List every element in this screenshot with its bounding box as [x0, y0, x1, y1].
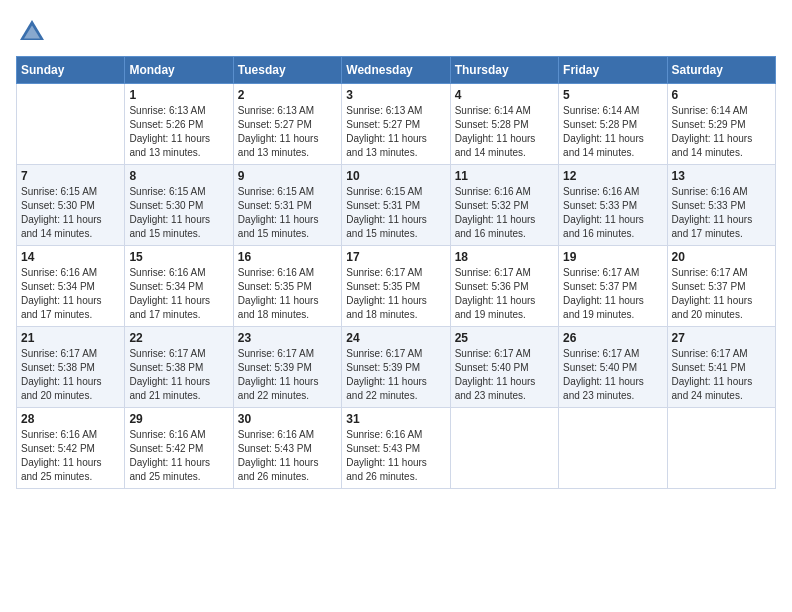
day-number: 18: [455, 250, 554, 264]
weekday-header: Tuesday: [233, 57, 341, 84]
day-detail: Sunrise: 6:14 AMSunset: 5:28 PMDaylight:…: [563, 104, 662, 160]
day-detail: Sunrise: 6:16 AMSunset: 5:42 PMDaylight:…: [129, 428, 228, 484]
calendar-cell: 23Sunrise: 6:17 AMSunset: 5:39 PMDayligh…: [233, 327, 341, 408]
day-number: 3: [346, 88, 445, 102]
weekday-header: Monday: [125, 57, 233, 84]
day-number: 9: [238, 169, 337, 183]
day-number: 10: [346, 169, 445, 183]
day-detail: Sunrise: 6:16 AMSunset: 5:34 PMDaylight:…: [21, 266, 120, 322]
day-number: 20: [672, 250, 771, 264]
day-number: 8: [129, 169, 228, 183]
day-number: 29: [129, 412, 228, 426]
calendar-cell: 19Sunrise: 6:17 AMSunset: 5:37 PMDayligh…: [559, 246, 667, 327]
calendar-cell: 8Sunrise: 6:15 AMSunset: 5:30 PMDaylight…: [125, 165, 233, 246]
day-detail: Sunrise: 6:17 AMSunset: 5:35 PMDaylight:…: [346, 266, 445, 322]
day-number: 30: [238, 412, 337, 426]
calendar-cell: 1Sunrise: 6:13 AMSunset: 5:26 PMDaylight…: [125, 84, 233, 165]
day-number: 22: [129, 331, 228, 345]
calendar-cell: 3Sunrise: 6:13 AMSunset: 5:27 PMDaylight…: [342, 84, 450, 165]
day-number: 5: [563, 88, 662, 102]
day-number: 23: [238, 331, 337, 345]
day-detail: Sunrise: 6:16 AMSunset: 5:43 PMDaylight:…: [346, 428, 445, 484]
day-detail: Sunrise: 6:16 AMSunset: 5:33 PMDaylight:…: [563, 185, 662, 241]
calendar-cell: 25Sunrise: 6:17 AMSunset: 5:40 PMDayligh…: [450, 327, 558, 408]
day-number: 12: [563, 169, 662, 183]
calendar-cell: 24Sunrise: 6:17 AMSunset: 5:39 PMDayligh…: [342, 327, 450, 408]
day-number: 19: [563, 250, 662, 264]
calendar-week-row: 21Sunrise: 6:17 AMSunset: 5:38 PMDayligh…: [17, 327, 776, 408]
day-detail: Sunrise: 6:13 AMSunset: 5:27 PMDaylight:…: [346, 104, 445, 160]
day-detail: Sunrise: 6:16 AMSunset: 5:34 PMDaylight:…: [129, 266, 228, 322]
day-detail: Sunrise: 6:16 AMSunset: 5:33 PMDaylight:…: [672, 185, 771, 241]
day-number: 17: [346, 250, 445, 264]
weekday-header: Wednesday: [342, 57, 450, 84]
calendar-cell: 16Sunrise: 6:16 AMSunset: 5:35 PMDayligh…: [233, 246, 341, 327]
day-detail: Sunrise: 6:17 AMSunset: 5:38 PMDaylight:…: [129, 347, 228, 403]
calendar-cell: 14Sunrise: 6:16 AMSunset: 5:34 PMDayligh…: [17, 246, 125, 327]
day-detail: Sunrise: 6:15 AMSunset: 5:30 PMDaylight:…: [129, 185, 228, 241]
day-detail: Sunrise: 6:17 AMSunset: 5:41 PMDaylight:…: [672, 347, 771, 403]
day-detail: Sunrise: 6:16 AMSunset: 5:43 PMDaylight:…: [238, 428, 337, 484]
calendar-cell: 22Sunrise: 6:17 AMSunset: 5:38 PMDayligh…: [125, 327, 233, 408]
calendar-cell: 2Sunrise: 6:13 AMSunset: 5:27 PMDaylight…: [233, 84, 341, 165]
day-detail: Sunrise: 6:16 AMSunset: 5:42 PMDaylight:…: [21, 428, 120, 484]
day-number: 31: [346, 412, 445, 426]
day-detail: Sunrise: 6:17 AMSunset: 5:40 PMDaylight:…: [455, 347, 554, 403]
day-detail: Sunrise: 6:16 AMSunset: 5:35 PMDaylight:…: [238, 266, 337, 322]
page-header: [16, 16, 776, 48]
day-detail: Sunrise: 6:13 AMSunset: 5:27 PMDaylight:…: [238, 104, 337, 160]
day-detail: Sunrise: 6:17 AMSunset: 5:37 PMDaylight:…: [672, 266, 771, 322]
day-detail: Sunrise: 6:17 AMSunset: 5:39 PMDaylight:…: [346, 347, 445, 403]
calendar-cell: 17Sunrise: 6:17 AMSunset: 5:35 PMDayligh…: [342, 246, 450, 327]
day-number: 14: [21, 250, 120, 264]
day-detail: Sunrise: 6:15 AMSunset: 5:31 PMDaylight:…: [238, 185, 337, 241]
calendar-cell: 29Sunrise: 6:16 AMSunset: 5:42 PMDayligh…: [125, 408, 233, 489]
weekday-header-row: SundayMondayTuesdayWednesdayThursdayFrid…: [17, 57, 776, 84]
calendar-table: SundayMondayTuesdayWednesdayThursdayFrid…: [16, 56, 776, 489]
calendar-cell: 6Sunrise: 6:14 AMSunset: 5:29 PMDaylight…: [667, 84, 775, 165]
day-number: 16: [238, 250, 337, 264]
calendar-week-row: 14Sunrise: 6:16 AMSunset: 5:34 PMDayligh…: [17, 246, 776, 327]
day-number: 27: [672, 331, 771, 345]
calendar-cell: [450, 408, 558, 489]
calendar-week-row: 28Sunrise: 6:16 AMSunset: 5:42 PMDayligh…: [17, 408, 776, 489]
day-detail: Sunrise: 6:17 AMSunset: 5:39 PMDaylight:…: [238, 347, 337, 403]
weekday-header: Sunday: [17, 57, 125, 84]
calendar-cell: 18Sunrise: 6:17 AMSunset: 5:36 PMDayligh…: [450, 246, 558, 327]
day-detail: Sunrise: 6:17 AMSunset: 5:37 PMDaylight:…: [563, 266, 662, 322]
calendar-cell: 12Sunrise: 6:16 AMSunset: 5:33 PMDayligh…: [559, 165, 667, 246]
day-number: 4: [455, 88, 554, 102]
day-detail: Sunrise: 6:17 AMSunset: 5:36 PMDaylight:…: [455, 266, 554, 322]
day-number: 25: [455, 331, 554, 345]
day-number: 6: [672, 88, 771, 102]
day-number: 26: [563, 331, 662, 345]
day-number: 7: [21, 169, 120, 183]
day-number: 21: [21, 331, 120, 345]
day-detail: Sunrise: 6:16 AMSunset: 5:32 PMDaylight:…: [455, 185, 554, 241]
calendar-cell: 10Sunrise: 6:15 AMSunset: 5:31 PMDayligh…: [342, 165, 450, 246]
calendar-cell: 7Sunrise: 6:15 AMSunset: 5:30 PMDaylight…: [17, 165, 125, 246]
calendar-cell: 31Sunrise: 6:16 AMSunset: 5:43 PMDayligh…: [342, 408, 450, 489]
calendar-cell: 27Sunrise: 6:17 AMSunset: 5:41 PMDayligh…: [667, 327, 775, 408]
weekday-header: Friday: [559, 57, 667, 84]
calendar-cell: [667, 408, 775, 489]
calendar-cell: 15Sunrise: 6:16 AMSunset: 5:34 PMDayligh…: [125, 246, 233, 327]
calendar-cell: 11Sunrise: 6:16 AMSunset: 5:32 PMDayligh…: [450, 165, 558, 246]
calendar-cell: 21Sunrise: 6:17 AMSunset: 5:38 PMDayligh…: [17, 327, 125, 408]
day-number: 15: [129, 250, 228, 264]
day-detail: Sunrise: 6:15 AMSunset: 5:31 PMDaylight:…: [346, 185, 445, 241]
calendar-cell: 20Sunrise: 6:17 AMSunset: 5:37 PMDayligh…: [667, 246, 775, 327]
logo: [16, 16, 54, 48]
day-detail: Sunrise: 6:14 AMSunset: 5:28 PMDaylight:…: [455, 104, 554, 160]
weekday-header: Thursday: [450, 57, 558, 84]
calendar-cell: 4Sunrise: 6:14 AMSunset: 5:28 PMDaylight…: [450, 84, 558, 165]
day-detail: Sunrise: 6:17 AMSunset: 5:40 PMDaylight:…: [563, 347, 662, 403]
day-number: 1: [129, 88, 228, 102]
day-number: 2: [238, 88, 337, 102]
calendar-cell: 26Sunrise: 6:17 AMSunset: 5:40 PMDayligh…: [559, 327, 667, 408]
day-detail: Sunrise: 6:15 AMSunset: 5:30 PMDaylight:…: [21, 185, 120, 241]
day-number: 24: [346, 331, 445, 345]
calendar-week-row: 1Sunrise: 6:13 AMSunset: 5:26 PMDaylight…: [17, 84, 776, 165]
calendar-cell: 9Sunrise: 6:15 AMSunset: 5:31 PMDaylight…: [233, 165, 341, 246]
day-number: 13: [672, 169, 771, 183]
